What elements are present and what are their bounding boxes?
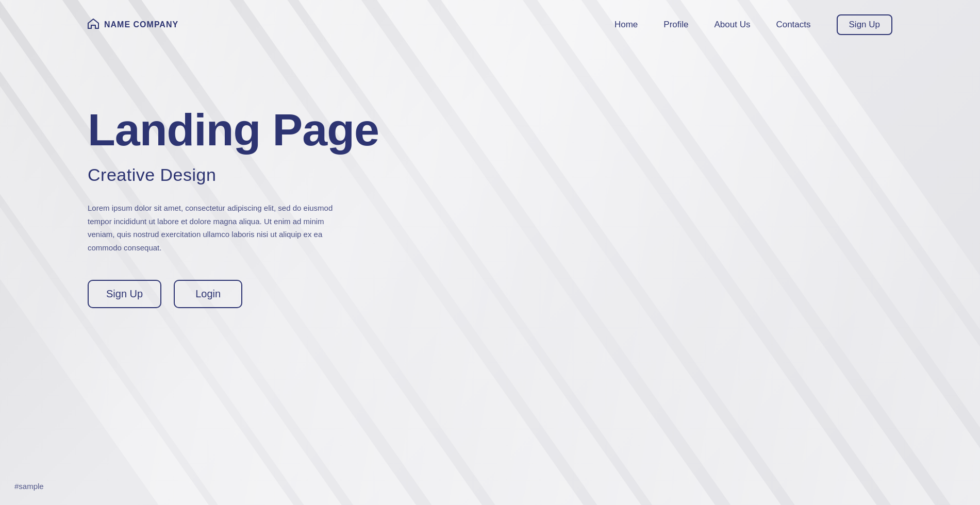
hero-section: Landing Page Creative Design Lorem ipsum… <box>0 49 980 308</box>
hero-title: Landing Page <box>88 106 980 154</box>
hero-description: Lorem ipsum dolor sit amet, consectetur … <box>88 201 340 254</box>
hero-signup-button[interactable]: Sign Up <box>88 280 161 308</box>
nav-link-profile[interactable]: Profile <box>663 20 688 30</box>
nav-link-about[interactable]: About Us <box>714 20 750 30</box>
brand-logo[interactable]: NAME COMPANY <box>88 19 178 31</box>
hero-subtitle: Creative Design <box>88 165 980 185</box>
company-name: NAME COMPANY <box>104 20 178 29</box>
nav-links: Home Profile About Us Contacts Sign Up <box>614 14 892 35</box>
navbar: NAME COMPANY Home Profile About Us Conta… <box>0 0 980 49</box>
nav-link-home[interactable]: Home <box>614 20 638 30</box>
home-icon <box>88 19 99 31</box>
nav-signup-button[interactable]: Sign Up <box>837 14 892 35</box>
nav-link-contacts[interactable]: Contacts <box>776 20 810 30</box>
hero-buttons: Sign Up Login <box>88 280 980 308</box>
footer-hashtag: #sample <box>14 482 44 491</box>
hero-login-button[interactable]: Login <box>174 280 242 308</box>
